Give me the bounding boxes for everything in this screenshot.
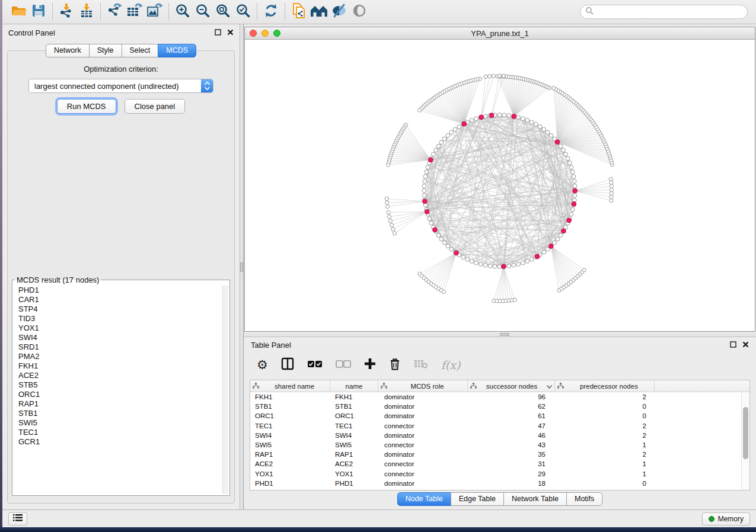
export-image-button[interactable] — [145, 2, 165, 21]
column-header[interactable]: shared name — [250, 380, 330, 392]
toolbar-separator — [257, 4, 257, 20]
mcds-result-list[interactable]: PHD1CAR1STP4TID3YOX1SWI4SRD1PMA2FKH1ACE2… — [14, 286, 222, 494]
table-row[interactable]: ACE2ACE2connector311 — [250, 459, 749, 469]
mcds-result-item[interactable]: TEC1 — [14, 428, 222, 437]
task-history-button[interactable] — [8, 512, 27, 525]
mcds-result-item[interactable]: SRD1 — [14, 342, 222, 352]
hide-graphics-button[interactable] — [329, 2, 349, 21]
table-row[interactable]: FKH1FKH1dominator962 — [250, 392, 749, 402]
tab-mcds[interactable]: MCDS — [158, 44, 196, 57]
table-row[interactable]: RAP1RAP1dominator352 — [250, 450, 749, 459]
criterion-select[interactable]: largest connected component (undirected) — [28, 79, 213, 93]
table-cell: ACE2 — [250, 460, 330, 467]
mcds-result-group: MCDS result (17 nodes) PHD1CAR1STP4TID3Y… — [12, 275, 230, 496]
delete-column-trash-icon[interactable] — [389, 357, 401, 373]
zoom-in-button[interactable] — [173, 2, 193, 21]
save-floppy-icon — [31, 4, 46, 20]
table-cell: dominator — [378, 432, 468, 439]
delete-table-icon[interactable] — [414, 359, 428, 371]
table-cell: 61 — [468, 412, 555, 419]
table-cell: 43 — [468, 441, 555, 448]
mcds-result-item[interactable]: SWI4 — [14, 333, 222, 342]
deselect-all-columns-icon[interactable] — [336, 360, 351, 370]
zoom-out-button[interactable] — [193, 2, 213, 21]
close-panel-icon[interactable] — [742, 339, 749, 350]
mcds-result-item[interactable]: SWI5 — [14, 418, 222, 428]
table-cell: 1 — [555, 441, 655, 448]
vertical-splitter[interactable] — [240, 24, 244, 509]
control-panel: Control Panel Network Style Select MCDS … — [2, 24, 240, 509]
tab-select[interactable]: Select — [122, 44, 159, 57]
mcds-result-item[interactable]: ACE2 — [14, 371, 222, 380]
run-mcds-button[interactable]: Run MCDS — [57, 99, 116, 114]
network-graph[interactable] — [245, 40, 755, 331]
float-panel-icon[interactable] — [215, 27, 221, 38]
column-header[interactable]: MCDS role — [378, 380, 468, 392]
refresh-view-button[interactable] — [261, 2, 281, 21]
table-row[interactable]: YOX1YOX1connector291 — [250, 469, 749, 479]
home-button[interactable] — [309, 2, 329, 21]
show-graphics-button[interactable] — [349, 2, 369, 21]
scrollbar-thumb[interactable] — [743, 407, 748, 459]
import-network-button[interactable] — [56, 2, 76, 21]
mcds-result-item[interactable]: STB5 — [14, 380, 222, 390]
table-row[interactable]: SWI5SWI5connector431 — [250, 440, 749, 450]
table-toolbar: ⚙ f(x) — [244, 352, 756, 377]
network-window-titlebar[interactable]: YPA_prune.txt_1 — [245, 27, 755, 40]
zoom-fit-button[interactable] — [213, 2, 233, 21]
table-row[interactable]: STB1STB1dominator620 — [250, 402, 749, 411]
memory-button[interactable]: Memory — [702, 512, 750, 525]
close-panel-button[interactable]: Close panel — [125, 99, 186, 114]
mcds-result-item[interactable]: YOX1 — [14, 323, 222, 333]
mcds-result-item[interactable]: TID3 — [14, 314, 222, 323]
mcds-result-item[interactable]: PMA2 — [14, 352, 222, 361]
open-file-button[interactable] — [8, 2, 28, 21]
tab-node-table[interactable]: Node Table — [397, 492, 451, 506]
save-session-button[interactable] — [28, 2, 49, 21]
mcds-result-item[interactable]: PHD1 — [14, 286, 222, 295]
clone-network-button[interactable] — [289, 2, 309, 21]
mcds-list-scrollbar[interactable] — [222, 286, 228, 494]
show-columns-icon[interactable] — [281, 357, 294, 373]
tab-edge-table[interactable]: Edge Table — [451, 492, 504, 506]
splitter-grip[interactable] — [500, 333, 509, 336]
column-header[interactable]: name — [330, 380, 378, 392]
horizontal-splitter[interactable] — [244, 332, 756, 336]
zoom-selected-button[interactable] — [233, 2, 253, 21]
tab-network[interactable]: Network — [46, 44, 90, 57]
search-input[interactable] — [594, 6, 747, 18]
table-cell: 2 — [555, 393, 655, 400]
cytoscape-window: Control Panel Network Style Select MCDS … — [2, 0, 756, 527]
table-scrollbar[interactable] — [741, 393, 749, 490]
mcds-result-item[interactable]: FKH1 — [14, 361, 222, 371]
import-table-button[interactable] — [76, 2, 97, 21]
search-field[interactable] — [580, 5, 748, 19]
table-cell: FKH1 — [330, 393, 378, 400]
select-all-columns-icon[interactable] — [307, 360, 323, 370]
tab-style[interactable]: Style — [89, 44, 122, 57]
export-table-button[interactable] — [125, 2, 145, 21]
export-network-button[interactable] — [104, 2, 125, 21]
table-row[interactable]: TEC1TEC1connector472 — [250, 421, 749, 431]
float-panel-icon[interactable] — [730, 339, 736, 350]
tab-motifs[interactable]: Motifs — [566, 492, 602, 506]
table-row[interactable]: ORC1ORC1dominator610 — [250, 411, 749, 421]
function-builder-icon[interactable]: f(x) — [441, 358, 461, 371]
table-settings-gear-icon[interactable]: ⚙ — [257, 358, 268, 372]
toolbar-separator — [52, 4, 53, 20]
mcds-result-item[interactable]: STB1 — [14, 409, 222, 418]
table-row[interactable]: SWI4SWI4dominator462 — [250, 431, 749, 440]
mcds-result-item[interactable]: RAP1 — [14, 399, 222, 409]
splitter-grip[interactable] — [240, 262, 243, 272]
close-panel-icon[interactable] — [227, 27, 234, 38]
mcds-result-item[interactable]: ORC1 — [14, 390, 222, 399]
network-canvas[interactable] — [245, 40, 755, 331]
table-row[interactable]: PHD1PHD1dominator180 — [250, 479, 749, 488]
add-column-icon[interactable] — [364, 358, 376, 372]
tab-network-table[interactable]: Network Table — [503, 492, 567, 506]
mcds-result-item[interactable]: STP4 — [14, 305, 222, 314]
mcds-result-item[interactable]: CAR1 — [14, 295, 222, 305]
mcds-result-item[interactable]: GCR1 — [14, 437, 222, 447]
column-header[interactable]: successor nodes — [468, 380, 555, 392]
column-header[interactable]: predecessor nodes — [555, 380, 655, 392]
